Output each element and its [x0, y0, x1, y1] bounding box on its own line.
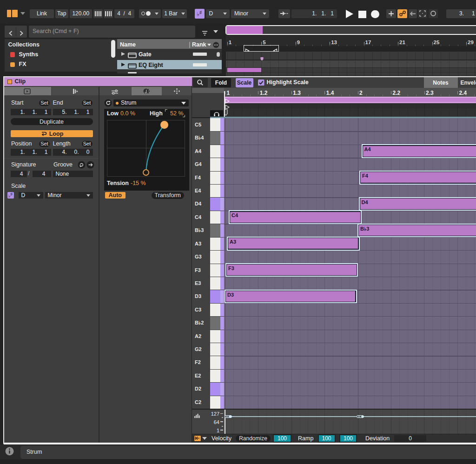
- svg-text:♯: ♯: [10, 192, 13, 196]
- svg-text:♭: ♭: [197, 11, 199, 17]
- svg-text:♯: ♯: [199, 10, 202, 15]
